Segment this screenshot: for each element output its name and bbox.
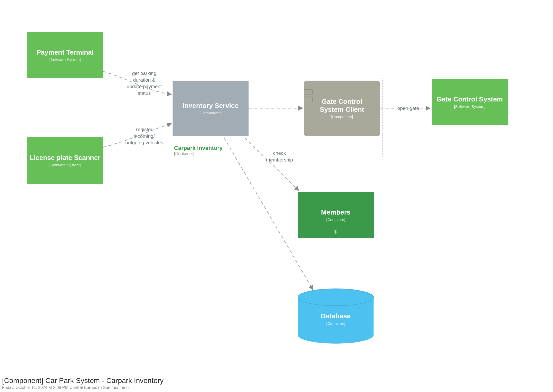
node-subtitle: [Software System]: [49, 57, 81, 62]
node-inventory-service[interactable]: Inventory Service [Component]: [173, 81, 249, 136]
container-group-subtitle: [Container]: [174, 151, 194, 156]
component-icon: [304, 89, 314, 104]
node-database[interactable]: Database [Container]: [298, 288, 374, 344]
edge-label-get-parking: get parking duration & update payment st…: [120, 70, 169, 97]
node-title: Members: [321, 208, 350, 216]
node-title: Payment Terminal: [36, 48, 93, 56]
container-group-title: Carpark Inventory: [174, 145, 223, 151]
svg-line-3: [336, 233, 338, 234]
diagram-timestamp: Friday, October 11, 2024 at 2:08 PM Cent…: [2, 385, 129, 390]
svg-rect-0: [304, 90, 312, 95]
node-gate-control-system[interactable]: Gate Control System [Software System]: [432, 79, 508, 125]
diagram-canvas: Carpark Inventory [Container] Payment Te…: [0, 0, 553, 392]
node-subtitle: [Software System]: [49, 163, 81, 167]
node-members[interactable]: Members [Container]: [298, 192, 374, 238]
node-title: Gate Control System: [437, 95, 503, 103]
node-title: Database: [298, 312, 374, 320]
node-title: Inventory Service: [183, 102, 239, 110]
node-subtitle: [Container]: [326, 217, 345, 222]
svg-point-8: [298, 327, 374, 344]
node-payment-terminal[interactable]: Payment Terminal [Software System]: [27, 32, 103, 78]
edge-label-register-vehicles: register incoming/ outgoing vehicles: [120, 126, 169, 146]
node-subtitle: [Software System]: [454, 104, 486, 109]
node-subtitle: [Component]: [200, 111, 222, 115]
node-license-plate-scanner[interactable]: License plate Scanner [Software System]: [27, 137, 103, 184]
edge-label-open-gate: open gate: [393, 105, 424, 112]
zoom-in-icon[interactable]: [333, 230, 338, 236]
node-gate-control-client[interactable]: Gate Control System Client [Component]: [304, 81, 380, 136]
edge-label-check-membership: check membership: [259, 150, 300, 163]
node-title: Gate Control System Client: [304, 98, 380, 113]
svg-rect-1: [304, 97, 312, 102]
node-subtitle: [Container]: [298, 321, 374, 326]
diagram-title: [Component] Car Park System - Carpark In…: [2, 377, 164, 385]
node-title: License plate Scanner: [30, 154, 100, 162]
node-subtitle: [Component]: [331, 115, 353, 119]
